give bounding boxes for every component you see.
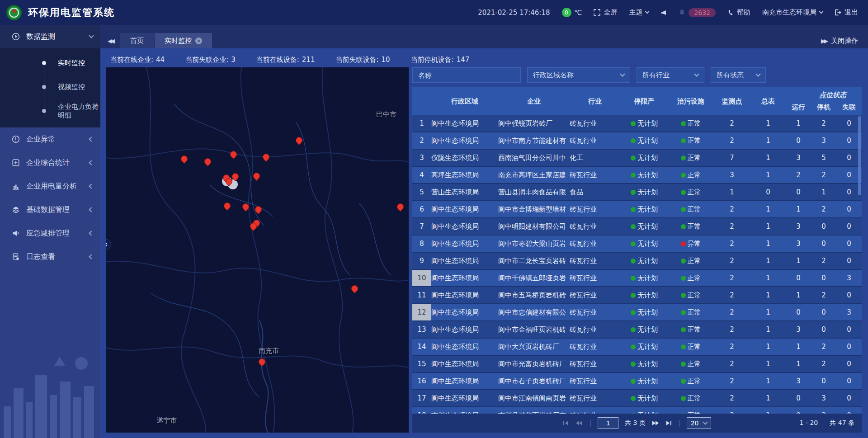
cell-stop: 2: [811, 343, 836, 351]
region-select[interactable]: 行政区域名称: [527, 67, 630, 83]
cell-stop: 0: [811, 240, 836, 248]
cell-points: 2: [713, 377, 750, 385]
status-dot-icon: [681, 241, 686, 246]
cell-seq: 1: [412, 115, 431, 132]
column-header-points: 监测点: [713, 97, 750, 106]
cell-seq: 14: [412, 339, 431, 355]
page-number-input[interactable]: 1: [598, 417, 618, 429]
fullscreen-button[interactable]: 全屏: [594, 8, 617, 17]
next-page-button[interactable]: [652, 420, 659, 426]
status-dot-icon: [631, 276, 636, 281]
cell-region: 阆中生态环境局: [431, 343, 498, 351]
cell-limit: 无计划: [620, 377, 668, 386]
prev-page-button[interactable]: [576, 420, 583, 426]
page-size-select[interactable]: 20: [687, 417, 711, 429]
cell-stop: 2: [811, 119, 836, 127]
status-dot-icon: [631, 396, 636, 401]
table-row[interactable]: 1阆中生态环境局阆中强锐页岩砖厂砖瓦行业无计划正常21120: [412, 115, 862, 132]
cell-facility: 正常: [668, 325, 713, 334]
table-row[interactable]: 5营山生态环境局营山县润丰肉食品有限食品无计划正常10010: [412, 184, 862, 201]
table-row[interactable]: 16阆中生态环境局阆中市石子页岩机砖厂砖瓦行业无计划正常21300: [412, 373, 862, 390]
table-row[interactable]: 17阆中生态环境局阆中市江南镇阆南页岩砖瓦行业无计划正常21030: [412, 390, 862, 407]
table-row[interactable]: 7阆中生态环境局阆中明阳建材有限公司砖瓦行业无计划正常21300: [412, 218, 862, 235]
status-select[interactable]: 所有状态: [711, 67, 766, 83]
table-row[interactable]: 4高坪生态环境局南充市高坪区王家店建砖瓦行业无计划正常31220: [412, 167, 862, 184]
sidebar-item-label: 企业综合统计: [26, 158, 90, 168]
table-row[interactable]: 15阆中生态环境局阆中市光富页岩机砖厂砖瓦行业无计划正常21120: [412, 356, 862, 373]
row-number: 15: [412, 356, 431, 372]
table-row[interactable]: 13阆中生态环境局阆中市金福旺页岩机砖砖瓦行业无计划正常21300: [412, 321, 862, 339]
logout-button[interactable]: 退出: [835, 8, 858, 17]
last-page-button[interactable]: [665, 420, 672, 426]
cell-industry: 砖瓦行业: [570, 171, 620, 179]
table-row[interactable]: 3仪陇生态环境局西南油气田分公司川中化工无计划正常71350: [412, 150, 862, 167]
cell-meters: 1: [750, 274, 786, 282]
sidebar-item-label: 基础数据管理: [26, 205, 90, 215]
industry-select[interactable]: 所有行业: [637, 67, 704, 83]
tabs-scroll-left-button[interactable]: ◀◀: [100, 33, 120, 48]
table-row[interactable]: 18南部生态环境局南部县瑞华页岩砖厂有砖瓦行业无计划正常21030: [412, 407, 862, 414]
map-panel[interactable]: 巴中市南充市遂宁市: [106, 67, 409, 433]
enterprise-panel: 行政区域名称 所有行业 所有状态: [412, 67, 862, 433]
status-dot-icon: [681, 155, 686, 160]
table-row[interactable]: 9阆中生态环境局阆中市二龙长宝页岩砖砖瓦行业无计划正常21120: [412, 253, 862, 270]
table-row[interactable]: 12阆中生态环境局阆中市忠信建材有限公砖瓦行业无计划正常21003: [412, 304, 862, 321]
page-size-value: 20: [691, 419, 699, 427]
notifications[interactable]: 2632: [679, 8, 716, 17]
status-text: 正常: [688, 325, 701, 334]
sidebar-subitem-label: 企业电力负荷明细: [58, 103, 100, 120]
sidebar-item-log-view[interactable]: 日志查看: [0, 245, 100, 268]
stat-online-devices: 当前在线设备:211: [256, 56, 315, 64]
sidebar-item-video-monitor[interactable]: 视频监控: [0, 75, 100, 99]
sidebar-item-data-monitor[interactable]: 数据监测: [0, 25, 100, 48]
table-header: 行政区域 企业 行业 停限产 治污设施 监测点 总表 运行 停机 失联 点位状态: [412, 87, 862, 115]
row-number: 1: [412, 115, 431, 132]
status-dot-icon: [631, 173, 636, 178]
table-row[interactable]: 6阆中生态环境局阆中市金博瑞新型墙材砖瓦行业无计划正常21120: [412, 201, 862, 218]
column-header-industry: 行业: [570, 97, 620, 106]
sidebar-item-enterprise-statistics[interactable]: 企业综合统计: [0, 151, 100, 174]
name-search-input[interactable]: [412, 67, 521, 83]
tab-home[interactable]: 首页: [120, 33, 154, 48]
row-number: 9: [412, 253, 431, 269]
table-row[interactable]: 14阆中生态环境局阆中大兴页岩机砖厂砖瓦行业无计划正常21120: [412, 339, 862, 356]
help-button[interactable]: 帮助: [727, 8, 750, 17]
close-operations-button[interactable]: ▶▶ 关闭操作: [811, 33, 868, 48]
table-row[interactable]: 11阆中生态环境局阆中市五马桥页岩机砖砖瓦行业无计划正常21120: [412, 287, 862, 304]
cell-industry: 砖瓦行业: [570, 377, 620, 386]
first-page-button[interactable]: [563, 420, 569, 426]
cell-run: 3: [786, 154, 811, 162]
vertical-scrollbar[interactable]: [858, 116, 861, 195]
status-text: 正常: [688, 171, 701, 179]
cell-seq: 10: [412, 270, 431, 286]
table-row[interactable]: 10阆中生态环境局阆中千佛镇五郎垭页岩砖瓦行业无计划正常21003: [412, 270, 862, 287]
cell-limit: 无计划: [620, 188, 668, 197]
theme-menu[interactable]: 主题: [629, 8, 649, 17]
status-text: 正常: [688, 154, 701, 162]
map-city-label: 南充市: [259, 347, 279, 355]
tab-realtime-monitor[interactable]: 实时监控 ×: [155, 33, 212, 48]
row-number: 11: [412, 287, 431, 303]
cell-meters: 1: [750, 394, 786, 402]
status-text: 无计划: [637, 137, 658, 145]
org-menu[interactable]: 南充市生态环境局: [762, 8, 823, 17]
cell-limit: 无计划: [620, 274, 668, 283]
stat-offline-enterprises: 当前失联企业:3: [185, 56, 236, 64]
sound-toggle[interactable]: [660, 9, 667, 16]
table-row[interactable]: 2阆中生态环境局阆中市南方节能建材有砖瓦行业无计划正常21030: [412, 132, 862, 150]
tab-close-icon[interactable]: ×: [195, 38, 202, 44]
brand: 环保用电监管系统: [6, 5, 115, 20]
sidebar-item-base-data[interactable]: 基础数据管理: [0, 198, 100, 221]
cell-meters: 1: [750, 137, 786, 145]
cell-company: 阆中市忠信建材有限公: [498, 308, 570, 317]
table-row[interactable]: 8阆中生态环境局阆中市枣碧大梁山页岩砖瓦行业无计划异常21300: [412, 235, 862, 253]
sidebar-item-realtime-monitor[interactable]: 实时监控: [0, 51, 100, 75]
cell-meters: 1: [750, 308, 786, 316]
cell-stop: 2: [811, 171, 836, 179]
cell-company: 阆中市枣碧大梁山页岩: [498, 240, 570, 248]
sidebar-item-enterprise-abnormal[interactable]: 企业异常: [0, 127, 100, 151]
sidebar-item-emergency-reduction[interactable]: 应急减排管理: [0, 221, 100, 245]
temperature: 0 ℃: [562, 8, 582, 17]
sidebar-item-power-load-detail[interactable]: 企业电力负荷明细: [0, 99, 100, 123]
sidebar-item-power-analysis[interactable]: 企业用电量分析: [0, 174, 100, 198]
